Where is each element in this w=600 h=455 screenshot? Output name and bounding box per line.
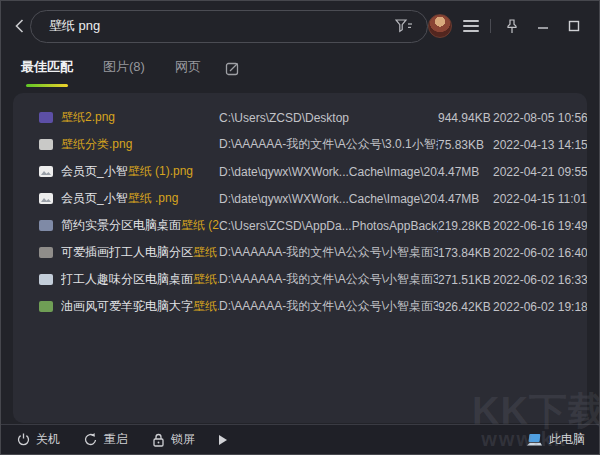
file-name: 会员页_小智壁纸 .png [61, 190, 219, 207]
file-thumbnail-icon [39, 193, 53, 204]
table-row[interactable]: 壁纸2.png C:\Users\ZCSD\Desktop 944.94KB 2… [39, 104, 587, 131]
file-size: 75.83KB [438, 138, 493, 152]
file-name: 会员页_小智壁纸 (1).png [61, 163, 219, 180]
shutdown-label: 关机 [36, 431, 60, 448]
file-path: D:\AAAAAA-我的文件\A公众号\小智桌面3.0.2-1 [219, 244, 438, 261]
file-thumbnail-icon [39, 274, 53, 285]
file-size: 4.47MB [438, 165, 493, 179]
file-date: 2022-04-13 14:15 [493, 138, 587, 152]
file-thumbnail-icon [39, 112, 53, 123]
file-path: D:\AAAAAA-我的文件\A公众号\小智桌面3.0.2-1 [219, 271, 438, 288]
this-pc-button[interactable]: 此电脑 [526, 431, 585, 448]
this-pc-label: 此电脑 [549, 431, 585, 448]
results-list: 壁纸2.png C:\Users\ZCSD\Desktop 944.94KB 2… [39, 104, 587, 320]
user-avatar[interactable] [428, 14, 452, 38]
chevron-left-icon [15, 19, 24, 33]
pin-button[interactable] [502, 16, 522, 36]
shutdown-button[interactable]: 关机 [17, 431, 60, 448]
hamburger-menu-icon[interactable] [463, 20, 479, 32]
restart-label: 重启 [104, 431, 128, 448]
results-panel: 壁纸2.png C:\Users\ZCSD\Desktop 944.94KB 2… [13, 93, 587, 423]
file-path: D:\AAAAAA-我的文件\A公众号\3.0.1小智搜搜 [219, 136, 438, 153]
table-row[interactable]: 会员页_小智壁纸 .png D:\date\qywx\WXWork...Cach… [39, 185, 587, 212]
file-path: D:\date\qywx\WXWork...Cache\Image\2022-0… [219, 165, 438, 179]
file-date: 2022-06-16 19:49 [493, 219, 587, 233]
table-row[interactable]: 打工人趣味分区电脑桌面壁纸.png D:\AAAAAA-我的文件\A公众号\小智… [39, 266, 587, 293]
file-name: 油画风可爱羊驼电脑大字壁纸.png [61, 298, 219, 315]
divider [490, 19, 491, 33]
file-size: 219.28KB [438, 219, 493, 233]
result-tabs: 最佳匹配 图片(8) 网页 [1, 51, 599, 85]
title-bar [1, 1, 599, 51]
file-date: 2022-04-15 11:01 [493, 192, 587, 206]
minimize-icon [537, 20, 549, 32]
lockscreen-label: 锁屏 [171, 431, 195, 448]
pushpin-icon [506, 19, 518, 34]
lockscreen-button[interactable]: 锁屏 [152, 431, 195, 448]
tab-images[interactable]: 图片(8) [103, 58, 145, 78]
file-size: 4.47MB [438, 192, 493, 206]
search-box[interactable] [30, 10, 428, 43]
feedback-edit-icon[interactable] [225, 61, 240, 76]
table-row[interactable]: 壁纸分类.png D:\AAAAAA-我的文件\A公众号\3.0.1小智搜搜 7… [39, 131, 587, 158]
file-thumbnail-icon [39, 166, 53, 177]
tab-best-match[interactable]: 最佳匹配 [21, 58, 73, 78]
file-name: 简约实景分区电脑桌面壁纸 (2).png [61, 217, 219, 234]
close-button[interactable] [595, 16, 600, 36]
file-size: 271.51KB [438, 273, 493, 287]
file-thumbnail-icon [39, 220, 53, 231]
file-name: 可爱插画打工人电脑分区壁纸 (1).png [61, 244, 219, 261]
file-path: D:\date\qywx\WXWork...Cache\Image\2022-0… [219, 192, 438, 206]
file-thumbnail-icon [39, 247, 53, 258]
bottom-toolbar: 关机 重启 锁屏 此电脑 [1, 424, 599, 454]
filter-icon[interactable] [395, 19, 413, 33]
file-date: 2022-06-02 16:40 [493, 246, 587, 260]
expand-play-icon[interactable] [219, 435, 227, 445]
restart-icon [84, 433, 98, 446]
file-name: 壁纸2.png [61, 109, 219, 126]
minimize-button[interactable] [533, 16, 553, 36]
power-icon [17, 433, 30, 446]
file-name: 壁纸分类.png [61, 136, 219, 153]
laptop-icon [526, 433, 543, 447]
file-size: 173.84KB [438, 246, 493, 260]
table-row[interactable]: 可爱插画打工人电脑分区壁纸 (1).png D:\AAAAAA-我的文件\A公众… [39, 239, 587, 266]
file-thumbnail-icon [39, 301, 53, 312]
table-row[interactable]: 简约实景分区电脑桌面壁纸 (2).png C:\Users\ZCSD\AppDa… [39, 212, 587, 239]
search-input[interactable] [49, 19, 387, 34]
file-thumbnail-icon [39, 139, 53, 150]
file-date: 2022-06-02 19:18 [493, 300, 587, 314]
table-row[interactable]: 油画风可爱羊驼电脑大字壁纸.png D:\AAAAAA-我的文件\A公众号\小智… [39, 293, 587, 320]
file-size: 926.42KB [438, 300, 493, 314]
file-path: C:\Users\ZCSD\AppDa...PhotosAppBackgroun… [219, 219, 438, 233]
back-button[interactable] [15, 11, 24, 41]
lock-icon [152, 433, 165, 447]
maximize-button[interactable] [564, 16, 584, 36]
file-date: 2022-04-21 09:55 [493, 165, 587, 179]
file-date: 2022-08-05 10:56 [493, 111, 587, 125]
file-name: 打工人趣味分区电脑桌面壁纸.png [61, 271, 219, 288]
tab-web[interactable]: 网页 [175, 58, 201, 78]
restart-button[interactable]: 重启 [84, 431, 128, 448]
table-row[interactable]: 会员页_小智壁纸 (1).png D:\date\qywx\WXWork...C… [39, 158, 587, 185]
file-path: D:\AAAAAA-我的文件\A公众号\小智桌面3.0.2-1 [219, 298, 438, 315]
file-date: 2022-06-02 16:33 [493, 273, 587, 287]
window-controls [428, 14, 600, 38]
maximize-icon [568, 20, 580, 32]
file-path: C:\Users\ZCSD\Desktop [219, 111, 438, 125]
file-size: 944.94KB [438, 111, 493, 125]
